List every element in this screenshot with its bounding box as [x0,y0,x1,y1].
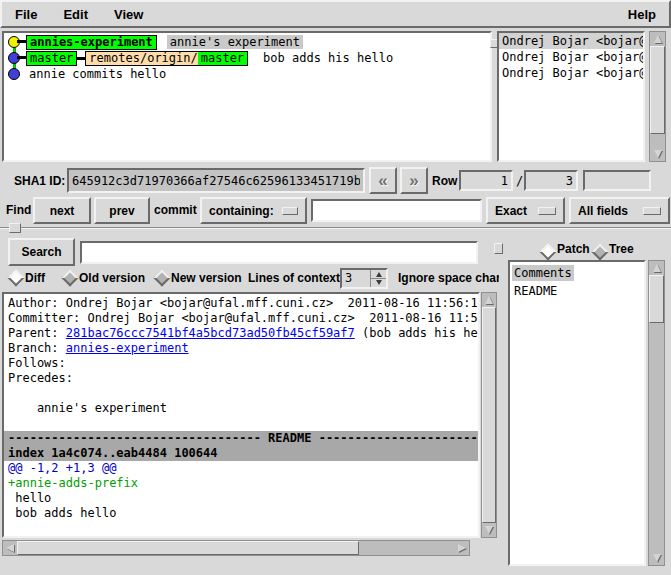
scroll-down-icon[interactable] [482,523,496,537]
patch-radio[interactable] [540,244,557,261]
menubar: File Edit View Help [0,0,671,28]
scroll-down-icon[interactable] [649,551,664,565]
remote-ref-label[interactable]: remotes/origin/ master [85,51,248,66]
graph-vertical-scrollbar[interactable] [649,31,666,162]
old-version-radio[interactable] [62,270,79,287]
commit-row[interactable]: annie commits hello [26,66,169,82]
new-version-label: New version [171,271,242,285]
author-row[interactable]: Ondrej Bojar <bojar@ [499,33,643,49]
diff-index-line: index 1a4c074..eab4484 100644 [4,446,478,461]
match-mode-dropdown[interactable]: Exact [486,197,565,224]
branch-link[interactable]: annies-experiment [66,341,189,355]
commit-message-selected[interactable]: annie's experiment [167,35,303,49]
row-total-field[interactable] [524,170,578,191]
back-arrow-icon: « [378,172,387,189]
tree-radio-label: Tree [609,242,634,256]
diff-radio-label: Diff [25,271,45,285]
find-next-button[interactable]: next [33,197,91,224]
horizontal-sash[interactable] [0,227,671,229]
tree-radio[interactable] [592,244,609,261]
match-mode-label: Exact [495,204,527,218]
parent-label: Parent: [8,326,66,340]
commit-row[interactable]: annies-experiment annie's experiment [26,34,303,50]
row-current-field[interactable] [459,170,513,191]
lines-of-context-spinner[interactable]: 3 [340,268,388,289]
commit-graph-panel[interactable]: annies-experiment annie's experiment mas… [2,31,492,162]
forward-arrow-icon: » [409,172,418,189]
patch-radio-label: Patch [557,242,590,256]
diff-subject-line: annie's experiment [4,401,478,416]
spin-down-icon[interactable] [371,278,386,287]
parent-rest: (bob adds his hello) [355,326,478,340]
scroll-right-icon[interactable] [455,541,469,555]
scroll-up-icon[interactable] [650,32,665,46]
diff-radio[interactable] [8,270,25,287]
sha1-label: SHA1 ID: [14,174,65,188]
branch-label: Branch: [8,341,66,355]
find-label: Find [6,203,31,217]
horizontal-sash-handle[interactable] [9,223,21,233]
containing-dropdown[interactable]: containing: [200,197,307,224]
find-prev-button[interactable]: prev [94,197,150,224]
branch-label-current[interactable]: annies-experiment [26,35,157,50]
commit-row[interactable]: master remotes/origin/ master bob adds h… [26,50,396,66]
diff-file-separator[interactable]: ----------------------------------- READ… [4,431,478,446]
scroll-up-icon[interactable] [482,293,496,307]
row-extra-field[interactable] [583,170,651,191]
graph-connector [77,57,85,60]
branch-label-master[interactable]: master [26,51,77,66]
diff-branch-line: Branch: annies-experiment [4,341,478,356]
menu-help[interactable]: Help [615,2,669,27]
new-version-radio[interactable] [154,270,171,287]
author-row[interactable]: Ondrej Bojar <bojar@ [499,65,643,81]
diff-precedes-line: Precedes: [4,371,478,386]
scroll-trough[interactable] [359,541,455,555]
file-list-scrollbar[interactable] [648,260,665,566]
history-back-button[interactable]: « [369,167,397,194]
file-list-item-readme[interactable]: README [512,283,559,299]
menu-view[interactable]: View [101,2,156,27]
diff-blank-line [4,416,478,431]
author-row[interactable]: Ondrej Bojar <bojar@ [499,49,643,65]
file-list-panel[interactable]: Comments README [508,260,646,566]
scroll-trough[interactable] [650,134,665,147]
scroll-down-icon[interactable] [650,147,665,161]
commit-message[interactable]: annie commits hello [26,67,169,81]
old-version-label: Old version [79,271,145,285]
scroll-up-icon[interactable] [649,261,664,275]
diff-horizontal-scrollbar[interactable] [2,540,470,556]
diff-parent-line: Parent: 281bac76ccc7541bf4a5bcd73ad50fb4… [4,326,478,341]
scroll-left-icon[interactable] [3,541,17,555]
graph-connector [17,56,26,59]
gitk-window: File Edit View Help annies-experiment an… [0,0,671,575]
remote-ref-branch: master [198,52,247,65]
find-query-input[interactable] [311,199,482,222]
search-button[interactable]: Search [8,238,75,266]
menu-file[interactable]: File [2,2,50,27]
sha1-input[interactable] [67,168,365,193]
file-list-item-comments[interactable]: Comments [512,265,574,281]
graph-connector [17,40,26,43]
commit-dot[interactable] [8,68,20,80]
diff-vertical-scrollbar[interactable] [481,292,497,538]
menu-edit[interactable]: Edit [50,2,101,27]
vertical-sash-handle[interactable] [494,243,503,254]
author-list-panel[interactable]: Ondrej Bojar <bojar@ Ondrej Bojar <bojar… [497,31,645,162]
scroll-thumb[interactable] [650,46,665,134]
ignore-space-label[interactable]: Ignore space chang [398,271,499,285]
scroll-thumb[interactable] [649,275,664,323]
commit-message[interactable]: bob adds his hello [260,51,396,65]
diff-blank-line [4,386,478,401]
diff-context-line: bob adds hello [4,506,478,521]
scroll-trough[interactable] [649,323,664,551]
scroll-thumb[interactable] [17,541,359,555]
diff-text-panel[interactable]: Author: Ondrej Bojar <bojar@ufal.mff.cun… [2,292,480,538]
spin-up-icon[interactable] [371,270,386,278]
row-separator: / [516,174,523,188]
fields-dropdown[interactable]: All fields [569,197,670,224]
history-forward-button[interactable]: » [400,167,428,194]
scroll-thumb[interactable] [482,307,496,523]
diff-added-line: +annie-adds-prefix [4,476,478,491]
search-input[interactable] [80,241,478,264]
parent-sha-link[interactable]: 281bac76ccc7541bf4a5bcd73ad50fb45cf59af7 [66,326,355,340]
